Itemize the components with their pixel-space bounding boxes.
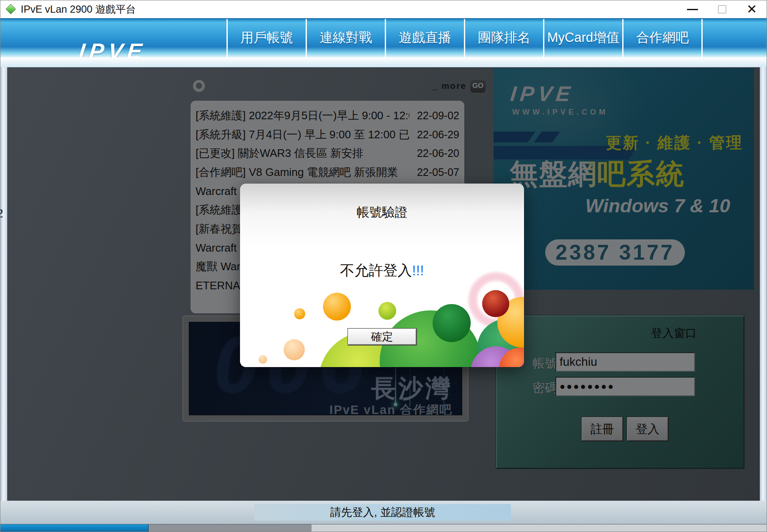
navbar: IPVE 用戶帳號 連線對戰 遊戲直播 團隊排名 MyCard增值 合作網吧 xyxy=(0,18,767,58)
footer-progress-segment xyxy=(0,524,149,532)
tab-partner-cafe[interactable]: 合作網吧 xyxy=(622,19,701,58)
titlebar: IPvE vLan 2900 遊戲平台 ✕ xyxy=(0,0,767,18)
dialog-message-text: 不允許登入 xyxy=(340,262,412,278)
ok-button[interactable]: 確定 xyxy=(348,329,417,345)
status-message: 請先登入, 並認證帳號 xyxy=(330,505,435,520)
tab-team-ranking[interactable]: 團隊排名 xyxy=(464,19,543,58)
tab-user-account[interactable]: 用戶帳號 xyxy=(226,19,306,58)
dialog-message-bang: !!! xyxy=(412,262,424,278)
app-icon xyxy=(6,4,17,15)
footer-strip xyxy=(0,524,767,532)
left-frame: 2 i xyxy=(0,67,7,524)
statusbar: 請先登入, 並認證帳號 xyxy=(0,501,767,524)
footer-gray-segment xyxy=(149,524,312,532)
bubble xyxy=(482,290,509,317)
close-button[interactable]: ✕ xyxy=(737,0,767,18)
maximize-button[interactable] xyxy=(707,0,737,18)
bubble xyxy=(259,355,267,364)
nav-tabs: 用戶帳號 連線對戰 遊戲直播 團隊排名 MyCard增值 合作網吧 xyxy=(226,19,703,58)
tab-online-battle[interactable]: 連線對戰 xyxy=(306,19,385,58)
right-frame xyxy=(760,67,767,524)
close-icon: ✕ xyxy=(746,3,757,16)
dialog-message: 不允許登入!!! xyxy=(240,261,524,280)
bubble xyxy=(433,304,471,342)
diamond-logo-icon xyxy=(6,4,16,14)
account-verify-dialog: 帳號驗證 不允許登入!!! 確定 xyxy=(240,184,524,367)
bubble xyxy=(378,302,396,320)
window-controls: ✕ xyxy=(678,0,767,18)
tab-game-stream[interactable]: 遊戲直播 xyxy=(385,19,464,58)
window-title: IPvE vLan 2900 遊戲平台 xyxy=(21,3,136,16)
minimize-icon xyxy=(687,9,698,10)
minimize-button[interactable] xyxy=(678,0,707,18)
bubble xyxy=(294,308,305,319)
maximize-icon xyxy=(718,5,726,14)
app-window: IPvE vLan 2900 遊戲平台 ✕ IPVE 用戶帳號 連線對戰 遊戲直… xyxy=(0,0,767,532)
dialog-title: 帳號驗證 xyxy=(240,204,524,221)
bubble xyxy=(323,293,351,321)
bubble xyxy=(284,339,305,360)
nav-gloss-strip xyxy=(0,58,767,67)
edge-fragment-top: 2 xyxy=(0,207,3,220)
tab-mycard-topup[interactable]: MyCard增值 xyxy=(543,19,622,58)
status-band: 請先登入, 並認證帳號 xyxy=(254,504,511,521)
